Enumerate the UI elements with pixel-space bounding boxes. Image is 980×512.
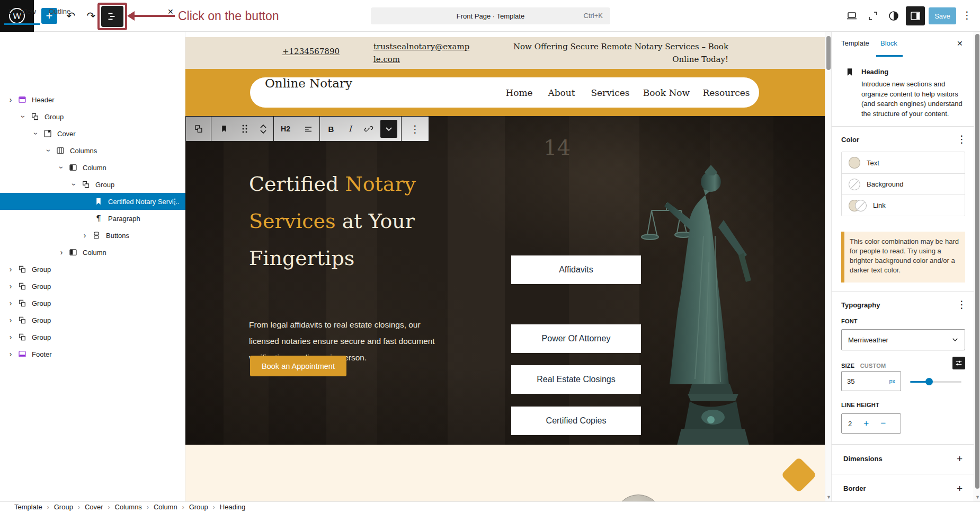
chevron-right-icon[interactable]: › bbox=[5, 350, 16, 358]
wordpress-logo[interactable]: W bbox=[0, 0, 34, 32]
chevron-right-icon[interactable]: › bbox=[5, 316, 16, 324]
block-card-title: Heading bbox=[861, 68, 888, 76]
color-section-title: Color bbox=[841, 136, 859, 144]
dimensions-panel-row[interactable]: Dimensions + bbox=[832, 444, 974, 474]
tree-row-footer[interactable]: › Footer bbox=[0, 346, 185, 363]
tree-row-heading-selected[interactable]: Certified Notary Servi... ⋮ bbox=[0, 193, 185, 210]
font-select[interactable]: Merriweather bbox=[841, 329, 965, 350]
breadcrumb-item-group[interactable]: Group bbox=[189, 503, 208, 511]
tree-row-label: Group bbox=[32, 316, 51, 324]
block-card-description: Introduce new sections and organize cont… bbox=[861, 80, 965, 119]
style-book-button[interactable] bbox=[885, 8, 902, 23]
color-row-background[interactable]: Background bbox=[842, 173, 965, 195]
chevron-right-icon[interactable]: › bbox=[5, 299, 16, 307]
add-border-icon[interactable]: + bbox=[957, 483, 963, 495]
tree-row-column[interactable]: › Column bbox=[0, 159, 185, 176]
tree-row-label: Group bbox=[95, 181, 114, 189]
font-size-slider-thumb[interactable] bbox=[925, 378, 933, 385]
tree-row-cover[interactable]: › Cover bbox=[0, 125, 185, 142]
canvas-scrollbar-thumb[interactable] bbox=[826, 36, 831, 70]
service-button-certified-copies[interactable]: Certified Copies bbox=[511, 407, 641, 435]
scroll-down-arrow-icon[interactable]: ▼ bbox=[826, 495, 831, 500]
line-height-stepper[interactable]: 2 + − bbox=[841, 413, 901, 434]
tree-row-group[interactable]: › Group bbox=[0, 312, 185, 329]
sidebar-scrollbar-thumb[interactable] bbox=[975, 34, 979, 489]
options-menu-button[interactable]: ⋮ bbox=[962, 10, 972, 20]
font-size-unit[interactable]: px bbox=[889, 378, 895, 384]
tab-outline[interactable]: Outline bbox=[49, 7, 70, 15]
zoom-out-button[interactable] bbox=[865, 8, 881, 23]
breadcrumb-item-group[interactable]: Group bbox=[54, 503, 73, 511]
tree-row-buttons[interactable]: › Buttons bbox=[0, 227, 185, 244]
preview-device-button[interactable] bbox=[843, 8, 860, 23]
chevron-right-icon[interactable]: › bbox=[56, 248, 67, 257]
border-panel-row[interactable]: Border + bbox=[832, 474, 974, 504]
tree-row-group[interactable]: › Group bbox=[0, 108, 185, 125]
scroll-down-arrow-icon[interactable]: ▼ bbox=[975, 495, 980, 500]
tree-row-label: Header bbox=[32, 96, 55, 104]
row-options-button[interactable]: ⋮ bbox=[171, 197, 179, 207]
chevron-right-icon[interactable]: › bbox=[5, 95, 16, 104]
service-button-real-estate-closings[interactable]: Real Estate Closings bbox=[511, 365, 641, 394]
color-options-button[interactable]: ⋮ bbox=[957, 134, 967, 144]
nav-link-services[interactable]: Services bbox=[591, 87, 629, 98]
hero-heading[interactable]: Certified Notary Services at Your Finger… bbox=[249, 165, 444, 277]
document-title-bar[interactable]: Front Page · Template Ctrl+K bbox=[371, 7, 610, 24]
email-link[interactable]: trustsealnotary@example.com bbox=[373, 40, 470, 66]
chevron-right-icon[interactable]: › bbox=[79, 231, 90, 240]
tree-row-group[interactable]: › Group bbox=[0, 329, 185, 346]
phone-link[interactable]: +1234567890 bbox=[282, 47, 340, 56]
color-row-text[interactable]: Text bbox=[842, 152, 965, 173]
nav-link-home[interactable]: Home bbox=[505, 87, 532, 98]
sidebar-scrollbar[interactable]: ▼ bbox=[974, 32, 980, 501]
book-appointment-button[interactable]: Book an Appointment bbox=[250, 356, 346, 376]
typography-options-button[interactable]: ⋮ bbox=[957, 299, 967, 310]
tab-list-view[interactable]: List View bbox=[8, 7, 36, 15]
tab-template[interactable]: Template bbox=[841, 39, 869, 47]
chevron-right-icon[interactable]: › bbox=[5, 282, 16, 290]
chevron-down-icon[interactable]: › bbox=[70, 179, 78, 190]
breadcrumb-item-cover[interactable]: Cover bbox=[85, 503, 103, 511]
background-color-swatch-icon bbox=[849, 179, 860, 190]
save-button[interactable]: Save bbox=[929, 7, 956, 24]
wordpress-site-editor: W + ↶ ↷ Click on the button Front Page ·… bbox=[0, 0, 980, 512]
chevron-right-icon[interactable]: › bbox=[5, 333, 16, 341]
custom-size-toggle-button[interactable] bbox=[952, 357, 965, 369]
tree-row-label: Certified Notary Servi... bbox=[108, 198, 179, 206]
typography-section-title: Typography bbox=[841, 301, 880, 309]
chevron-right-icon[interactable]: › bbox=[5, 265, 16, 273]
tree-row-group[interactable]: › Group bbox=[0, 278, 185, 295]
chevron-down-icon[interactable]: › bbox=[32, 128, 40, 139]
increment-button[interactable]: + bbox=[863, 418, 869, 429]
close-list-view-button[interactable]: ✕ bbox=[167, 7, 174, 16]
service-button-affidavits[interactable]: Affidavits bbox=[511, 255, 641, 284]
close-sidebar-button[interactable]: ✕ bbox=[957, 39, 963, 48]
tree-row-group-inner[interactable]: › Group bbox=[0, 176, 185, 193]
settings-sidebar-toggle-button[interactable] bbox=[906, 6, 925, 25]
tree-row-header[interactable]: › Header bbox=[0, 91, 185, 108]
nav-link-about[interactable]: About bbox=[548, 87, 575, 98]
tree-row-columns[interactable]: › Columns bbox=[0, 142, 185, 159]
add-dimensions-icon[interactable]: + bbox=[957, 453, 963, 465]
tree-row-group[interactable]: › Group bbox=[0, 295, 185, 312]
color-row-link[interactable]: Link bbox=[842, 195, 965, 216]
breadcrumb-item-heading[interactable]: Heading bbox=[220, 503, 245, 511]
service-button-power-of-attorney[interactable]: Power Of Attorney bbox=[511, 324, 641, 353]
decrement-button[interactable]: − bbox=[880, 418, 886, 429]
tree-row-column[interactable]: › Column bbox=[0, 244, 185, 261]
chevron-down-icon[interactable]: › bbox=[19, 111, 28, 122]
breadcrumb-item-template[interactable]: Template bbox=[14, 503, 42, 511]
nav-link-book-now[interactable]: Book Now bbox=[643, 87, 690, 98]
breadcrumb-item-column[interactable]: Column bbox=[154, 503, 177, 511]
site-title[interactable]: Online Notary bbox=[265, 76, 352, 90]
tab-block[interactable]: Block bbox=[880, 39, 897, 47]
breadcrumb-item-columns[interactable]: Columns bbox=[115, 503, 142, 511]
font-size-input[interactable]: 35 px bbox=[841, 371, 901, 391]
tree-row-paragraph[interactable]: ¶ Paragraph bbox=[0, 210, 185, 227]
tree-row-group[interactable]: › Group bbox=[0, 261, 185, 278]
annotation-label: Click on the button bbox=[178, 9, 279, 23]
chevron-down-icon[interactable]: › bbox=[44, 145, 53, 156]
nav-link-resources[interactable]: Resources bbox=[702, 87, 750, 98]
canvas-scrollbar[interactable]: ▼ bbox=[825, 32, 831, 501]
chevron-down-icon[interactable]: › bbox=[57, 162, 66, 173]
